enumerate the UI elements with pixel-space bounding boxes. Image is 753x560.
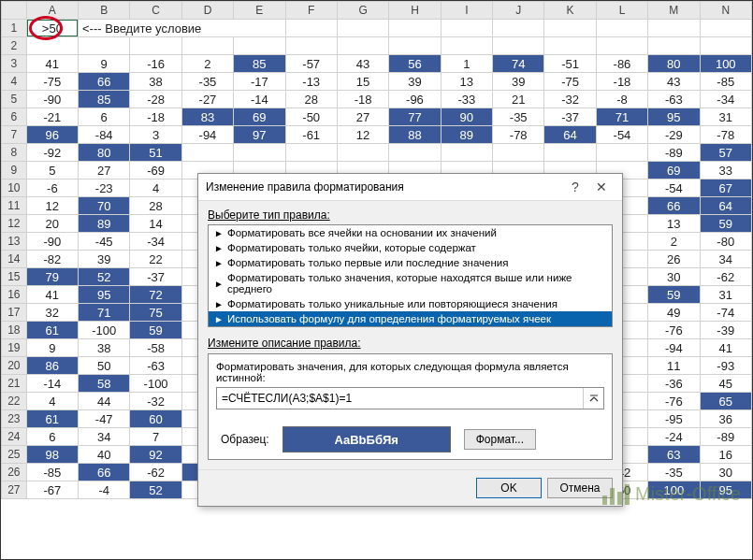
cell[interactable]: -34 xyxy=(700,91,751,108)
cell[interactable]: -23 xyxy=(79,179,130,197)
row-header[interactable]: 10 xyxy=(2,179,27,197)
cell[interactable]: 32 xyxy=(26,304,78,322)
cell[interactable] xyxy=(337,37,388,55)
row-header[interactable]: 19 xyxy=(2,339,27,357)
col-header[interactable]: I xyxy=(441,2,492,20)
cell[interactable] xyxy=(596,20,647,37)
col-header[interactable]: E xyxy=(234,2,285,20)
cell[interactable]: 50 xyxy=(79,357,130,375)
cell[interactable]: 21 xyxy=(493,91,544,108)
cell[interactable] xyxy=(544,144,596,162)
row-header[interactable]: 22 xyxy=(2,393,27,410)
cell[interactable]: 92 xyxy=(130,446,181,464)
row-header[interactable]: 7 xyxy=(2,126,27,144)
rule-type-item[interactable]: ►Форматировать только первые или последн… xyxy=(209,255,612,270)
cell[interactable]: 31 xyxy=(700,108,751,126)
row-header[interactable]: 4 xyxy=(2,73,27,91)
cell[interactable]: 15 xyxy=(337,73,388,91)
cell[interactable] xyxy=(700,37,751,55)
cell[interactable]: 41 xyxy=(26,55,78,73)
cell[interactable]: 56 xyxy=(389,55,441,73)
col-header[interactable]: C xyxy=(130,2,181,20)
row-header[interactable]: 6 xyxy=(2,108,27,126)
cell[interactable]: -8 xyxy=(596,91,647,108)
cell[interactable]: 80 xyxy=(79,144,130,162)
cell[interactable]: -18 xyxy=(337,91,388,108)
cell[interactable]: -61 xyxy=(285,126,337,144)
cell[interactable]: -35 xyxy=(181,73,233,91)
cell[interactable]: 3 xyxy=(130,126,181,144)
cell[interactable]: 83 xyxy=(181,108,233,126)
cell[interactable]: -63 xyxy=(648,91,700,108)
rule-type-list[interactable]: ►Форматировать все ячейки на основании и… xyxy=(208,224,613,327)
cell[interactable]: 74 xyxy=(493,55,544,73)
row-header[interactable]: 17 xyxy=(2,304,27,322)
cell[interactable]: -16 xyxy=(130,55,181,73)
cell[interactable]: -82 xyxy=(26,251,78,268)
cell[interactable]: -33 xyxy=(441,91,492,108)
cell[interactable]: 9 xyxy=(79,55,130,73)
cell[interactable]: 7 xyxy=(130,428,181,446)
cell[interactable] xyxy=(389,37,441,55)
row-header[interactable]: 27 xyxy=(2,481,27,499)
cell[interactable]: 38 xyxy=(130,73,181,91)
cell[interactable]: -39 xyxy=(700,322,751,339)
cell[interactable]: 71 xyxy=(596,108,647,126)
cell[interactable]: -58 xyxy=(130,339,181,357)
row-header[interactable]: 3 xyxy=(2,55,27,73)
row-header[interactable]: 2 xyxy=(2,37,27,55)
cell[interactable]: -4 xyxy=(79,481,130,499)
cell[interactable]: 96 xyxy=(26,126,78,144)
cell[interactable]: 95 xyxy=(648,108,700,126)
cell[interactable] xyxy=(493,144,544,162)
cell[interactable]: <--- Введите условие xyxy=(79,20,286,37)
cell[interactable]: 100 xyxy=(648,481,700,499)
cell[interactable]: -84 xyxy=(79,126,130,144)
cell[interactable]: 14 xyxy=(130,215,181,233)
row-header[interactable]: 14 xyxy=(2,251,27,268)
cell[interactable]: -100 xyxy=(79,322,130,339)
cell[interactable]: 69 xyxy=(234,108,285,126)
cell[interactable]: 30 xyxy=(700,464,751,481)
format-button[interactable]: Формат... xyxy=(464,429,536,450)
cell[interactable]: 89 xyxy=(441,126,492,144)
cell[interactable]: -27 xyxy=(181,91,233,108)
row-header[interactable]: 9 xyxy=(2,162,27,179)
cell[interactable]: 28 xyxy=(130,197,181,215)
cell[interactable] xyxy=(596,144,647,162)
cell[interactable]: 59 xyxy=(648,286,700,304)
cell[interactable] xyxy=(700,20,751,37)
cell[interactable]: -95 xyxy=(648,410,700,428)
cell[interactable]: 13 xyxy=(441,73,492,91)
cell[interactable] xyxy=(648,37,700,55)
cell[interactable]: 67 xyxy=(700,179,751,197)
cell[interactable]: -13 xyxy=(285,73,337,91)
col-header[interactable]: F xyxy=(285,2,337,20)
cell[interactable]: 90 xyxy=(441,108,492,126)
cell[interactable]: -54 xyxy=(596,126,647,144)
rule-type-item[interactable]: ►Форматировать только ячейки, которые со… xyxy=(209,240,612,255)
cell[interactable]: 12 xyxy=(26,197,78,215)
cell[interactable]: -51 xyxy=(544,55,596,73)
cell[interactable]: 86 xyxy=(26,357,78,375)
cell[interactable] xyxy=(648,20,700,37)
col-header[interactable]: D xyxy=(181,2,233,20)
collapse-dialog-icon[interactable] xyxy=(583,388,603,409)
cell[interactable]: -28 xyxy=(130,91,181,108)
cell[interactable] xyxy=(234,37,285,55)
cell[interactable]: -85 xyxy=(26,464,78,481)
cell[interactable]: 31 xyxy=(700,286,751,304)
cell[interactable]: -96 xyxy=(389,91,441,108)
rule-type-item[interactable]: ►Форматировать только уникальные или пов… xyxy=(209,296,612,311)
cell[interactable]: >50 xyxy=(26,20,78,37)
cell[interactable]: 39 xyxy=(389,73,441,91)
cell[interactable]: 95 xyxy=(700,481,751,499)
cell[interactable]: -75 xyxy=(26,73,78,91)
cell[interactable] xyxy=(493,20,544,37)
cell[interactable]: 40 xyxy=(79,446,130,464)
cell[interactable]: 64 xyxy=(700,197,751,215)
cell[interactable]: 11 xyxy=(648,357,700,375)
row-header[interactable]: 1 xyxy=(2,20,27,37)
col-header[interactable]: A xyxy=(26,2,78,20)
cell[interactable]: 97 xyxy=(234,126,285,144)
